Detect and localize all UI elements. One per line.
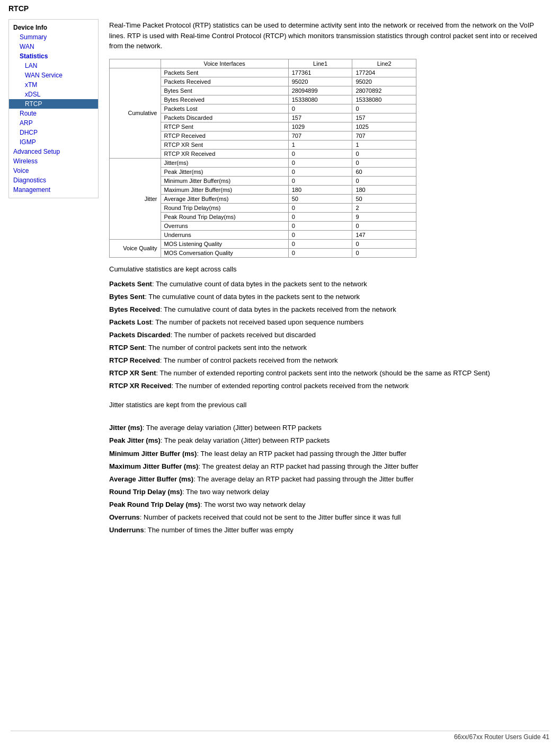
table-row-label: RTCP Sent bbox=[161, 122, 288, 131]
sidebar-item-voice[interactable]: Voice bbox=[9, 166, 98, 175]
table-cell-line1: 0 bbox=[288, 158, 352, 167]
definition-item: Packets Sent: The cumulative count of da… bbox=[109, 278, 541, 290]
table-cell-line1: 157 bbox=[288, 113, 352, 122]
sidebar-item-wireless[interactable]: Wireless bbox=[9, 156, 98, 166]
sidebar-item-statistics[interactable]: Statistics bbox=[9, 51, 98, 61]
sidebar-item-management[interactable]: Management bbox=[9, 185, 98, 195]
table-cell-line2: 2 bbox=[352, 203, 416, 212]
sidebar-item-diagnostics[interactable]: Diagnostics bbox=[9, 175, 98, 185]
table-row-label: Underruns bbox=[161, 230, 288, 239]
sidebar-item-dhcp[interactable]: DHCP bbox=[9, 128, 98, 137]
table-row-label: Bytes Sent bbox=[161, 86, 288, 95]
table-cell-line1: 0 bbox=[288, 248, 352, 257]
table-cell-line2: 707 bbox=[352, 131, 416, 140]
table-cell-line1: 15338080 bbox=[288, 95, 352, 104]
sidebar-item-lan[interactable]: LAN bbox=[9, 61, 98, 71]
table-cell-line1: 28094899 bbox=[288, 86, 352, 95]
table-cell-line1: 0 bbox=[288, 230, 352, 239]
sidebar-item-wan[interactable]: WAN bbox=[9, 42, 98, 51]
table-cell-line1: 1 bbox=[288, 140, 352, 149]
table-section-label: Jitter bbox=[110, 158, 161, 239]
table-row-label: Average Jitter Buffer(ms) bbox=[161, 194, 288, 203]
table-cell-line1: 95020 bbox=[288, 77, 352, 86]
table-cell-line1: 0 bbox=[288, 239, 352, 248]
table-section-label: Cumulative bbox=[110, 68, 161, 158]
jitter-definition-item: Jitter (ms): The average delay variation… bbox=[109, 422, 541, 434]
table-cell-line1: 0 bbox=[288, 203, 352, 212]
definition-item: Packets Lost: The number of packets not … bbox=[109, 317, 541, 328]
table-cell-line1: 0 bbox=[288, 221, 352, 230]
sidebar-item-arp[interactable]: ARP bbox=[9, 118, 98, 128]
jitter-definitions-section: Jitter (ms): The average delay variation… bbox=[109, 422, 541, 536]
table-cell-line2: 0 bbox=[352, 239, 416, 248]
sidebar-item-route[interactable]: Route bbox=[9, 109, 98, 118]
table-row-label: Packets Sent bbox=[161, 68, 288, 77]
table-row-label: Packets Lost bbox=[161, 104, 288, 113]
sidebar-item-xtm[interactable]: xTM bbox=[9, 80, 98, 90]
table-cell-line2: 50 bbox=[352, 194, 416, 203]
table-section-label: Voice Quality bbox=[110, 239, 161, 257]
description-text: Real-Time Packet Protocol (RTP) statisti… bbox=[109, 20, 541, 51]
jitter-note: Jitter statistics are kept from the prev… bbox=[109, 401, 541, 409]
table-cell-line2: 147 bbox=[352, 230, 416, 239]
table-row-label: MOS Listening Quality bbox=[161, 239, 288, 248]
jitter-definition-item: Underruns: The number of times the Jitte… bbox=[109, 524, 541, 536]
table-cell-line2: 15338080 bbox=[352, 95, 416, 104]
table-cell-line2: 0 bbox=[352, 221, 416, 230]
table-cell-line2: 60 bbox=[352, 167, 416, 176]
table-row-label: Minimum Jitter Buffer(ms) bbox=[161, 176, 288, 185]
table-row-label: Round Trip Delay(ms) bbox=[161, 203, 288, 212]
table-cell-line2: 9 bbox=[352, 212, 416, 221]
sidebar-item-wan-service[interactable]: WAN Service bbox=[9, 71, 98, 80]
table-row-label: Bytes Received bbox=[161, 95, 288, 104]
definition-item: RTCP XR Sent: The number of extended rep… bbox=[109, 367, 541, 379]
table-row-label: Overruns bbox=[161, 221, 288, 230]
sidebar-item-device-info[interactable]: Device Info bbox=[9, 23, 98, 32]
jitter-definition-item: Peak Jitter (ms): The peak delay variati… bbox=[109, 435, 541, 446]
sidebar-item-rtcp[interactable]: RTCP bbox=[9, 99, 98, 109]
table-cell-line2: 0 bbox=[352, 248, 416, 257]
jitter-definition-item: Maximum Jitter Buffer (ms): The greatest… bbox=[109, 461, 541, 472]
table-cell-line2: 177204 bbox=[352, 68, 416, 77]
table-cell-line1: 0 bbox=[288, 167, 352, 176]
table-row-label: Jitter(ms) bbox=[161, 158, 288, 167]
sidebar-item-advanced-setup[interactable]: Advanced Setup bbox=[9, 147, 98, 156]
table-cell-line1: 1029 bbox=[288, 122, 352, 131]
page-footer: 66xx/67xx Router Users Guide 41 bbox=[11, 731, 549, 741]
sidebar-item-igmp[interactable]: IGMP bbox=[9, 137, 98, 147]
table-cell-line1: 177361 bbox=[288, 68, 352, 77]
definition-item: Bytes Sent: The cumulative count of data… bbox=[109, 291, 541, 303]
table-row-label: Packets Received bbox=[161, 77, 288, 86]
table-cell-line2: 28070892 bbox=[352, 86, 416, 95]
table-cell-line2: 0 bbox=[352, 158, 416, 167]
definition-item: RTCP Received: The number of control pac… bbox=[109, 355, 541, 366]
table-row-label: RTCP XR Received bbox=[161, 149, 288, 158]
table-cell-line2: 180 bbox=[352, 185, 416, 194]
table-cell-line2: 157 bbox=[352, 113, 416, 122]
definition-item: RTCP Sent: The number of control packets… bbox=[109, 342, 541, 354]
table-row-label: RTCP XR Sent bbox=[161, 140, 288, 149]
cumulative-note: Cumulative statistics are kept across ca… bbox=[109, 265, 541, 273]
table-cell-line2: 1025 bbox=[352, 122, 416, 131]
table-row-label: Maximum Jitter Buffer(ms) bbox=[161, 185, 288, 194]
definition-item: Bytes Received: The cumulative count of … bbox=[109, 304, 541, 315]
sidebar-item-summary[interactable]: Summary bbox=[9, 32, 98, 42]
table-cell-line1: 50 bbox=[288, 194, 352, 203]
jitter-definition-item: Average Jitter Buffer (ms): The average … bbox=[109, 473, 541, 485]
jitter-definition-item: Overruns: Number of packets received tha… bbox=[109, 512, 541, 523]
table-cell-line2: 0 bbox=[352, 176, 416, 185]
sidebar: Device Info Summary WAN Statistics LAN W… bbox=[8, 19, 99, 198]
definition-item: RTCP XR Received: The number of extended… bbox=[109, 380, 541, 392]
jitter-definition-item: Minimum Jitter Buffer (ms): The least de… bbox=[109, 448, 541, 460]
sidebar-item-xdsl[interactable]: xDSL bbox=[9, 90, 98, 99]
table-cell-line1: 0 bbox=[288, 176, 352, 185]
table-cell-line1: 180 bbox=[288, 185, 352, 194]
table-row-label: Peak Round Trip Delay(ms) bbox=[161, 212, 288, 221]
definitions-section: Packets Sent: The cumulative count of da… bbox=[109, 278, 541, 392]
page-header: RTCP bbox=[0, 0, 560, 15]
table-row-label: Peak Jitter(ms) bbox=[161, 167, 288, 176]
table-row-label: Packets Discarded bbox=[161, 113, 288, 122]
table-row-label: RTCP Received bbox=[161, 131, 288, 140]
table-cell-line1: 0 bbox=[288, 212, 352, 221]
stats-table: Voice Interfaces Line1 Line2 CumulativeP… bbox=[109, 59, 416, 258]
